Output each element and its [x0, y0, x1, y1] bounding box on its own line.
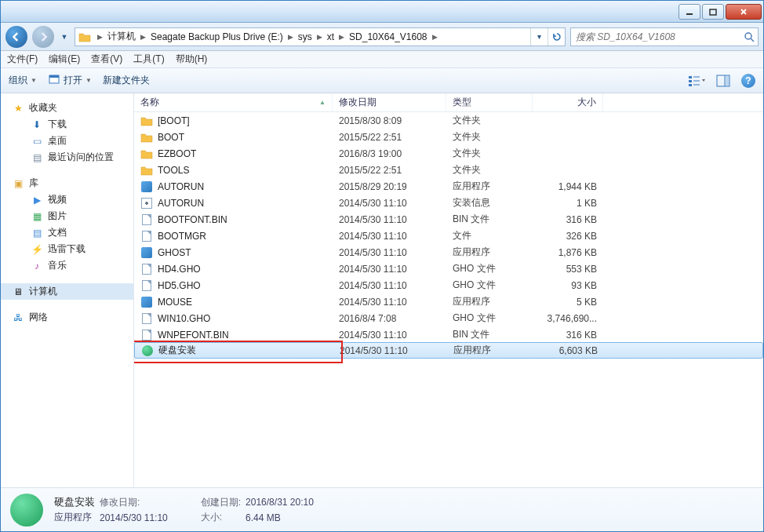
- help-button[interactable]: ?: [741, 74, 755, 88]
- file-size-cell: 1,876 KB: [533, 247, 603, 258]
- file-row[interactable]: WIN10.GHO2016/8/4 7:08GHO 文件3,746,690...: [134, 310, 763, 326]
- menu-view[interactable]: 查看(V): [91, 53, 122, 66]
- organize-label: 组织: [9, 74, 27, 87]
- forward-button[interactable]: [32, 26, 54, 48]
- file-icon: [140, 213, 153, 226]
- file-row[interactable]: MOUSE2014/5/30 11:10应用程序5 KB: [134, 293, 763, 310]
- sidebar-network-header[interactable]: 🖧 网络: [1, 309, 133, 326]
- file-type-cell: GHO 文件: [446, 279, 533, 292]
- breadcrumb-xt[interactable]: xt: [326, 28, 336, 46]
- svg-rect-8: [689, 76, 692, 78]
- computer-icon: 🖥: [12, 286, 24, 298]
- file-row[interactable]: BOOTFONT.BIN2014/5/30 11:10BIN 文件316 KB: [134, 211, 763, 228]
- menu-help[interactable]: 帮助(H): [176, 53, 208, 66]
- breadcrumb-sep[interactable]: ▶: [314, 33, 326, 41]
- file-icon: [140, 148, 153, 160]
- breadcrumb-root-sep[interactable]: ▶: [94, 33, 106, 41]
- file-row[interactable]: AUTORUN2014/5/30 11:10安装信息1 KB: [134, 195, 763, 211]
- open-button[interactable]: 打开 ▼: [48, 74, 92, 87]
- file-row[interactable]: AUTORUN2015/8/29 20:19应用程序1,944 KB: [134, 178, 763, 195]
- menu-file[interactable]: 文件(F): [7, 53, 38, 66]
- file-name-cell: EZBOOT: [134, 148, 333, 160]
- menu-tools[interactable]: 工具(T): [133, 53, 164, 66]
- content-area: ★ 收藏夹 ⬇下载 ▭桌面 ▤最近访问的位置 ▣ 库 ▶视频 ▦图片 ▤文档 ⚡…: [1, 93, 763, 487]
- file-type-cell: 应用程序: [447, 344, 533, 357]
- preview-pane-button[interactable]: [716, 75, 730, 87]
- sidebar-item-recent[interactable]: ▤最近访问的位置: [1, 149, 133, 166]
- breadcrumb-sep[interactable]: ▶: [429, 33, 441, 41]
- sidebar-favorites-header[interactable]: ★ 收藏夹: [1, 100, 133, 116]
- organize-button[interactable]: 组织 ▼: [9, 74, 37, 87]
- sidebar-item-label: 音乐: [48, 259, 67, 272]
- breadcrumb-current[interactable]: SD_10X64_V1608: [347, 28, 428, 46]
- column-size[interactable]: 大小: [533, 93, 603, 111]
- file-list[interactable]: [BOOT]2015/8/30 8:09文件夹BOOT2015/5/22 2:5…: [134, 112, 763, 487]
- file-type-cell: 文件夹: [446, 163, 533, 177]
- breadcrumb-drive[interactable]: Seagate Backup Plus Drive (E:): [149, 28, 285, 46]
- refresh-button[interactable]: [548, 28, 565, 46]
- file-row[interactable]: 硬盘安装2014/5/30 11:10应用程序6,603 KB: [134, 342, 763, 359]
- file-type-cell: 安装信息: [446, 196, 533, 210]
- file-row[interactable]: WNPEFONT.BIN2014/5/30 11:10BIN 文件316 KB: [134, 326, 763, 343]
- breadcrumb-sys[interactable]: sys: [297, 28, 314, 46]
- new-folder-button[interactable]: 新建文件夹: [103, 74, 150, 87]
- search-icon[interactable]: [740, 31, 758, 42]
- details-mod-label: 修改日期:: [100, 496, 168, 509]
- file-row[interactable]: EZBOOT2016/8/3 19:00文件夹: [134, 145, 763, 162]
- file-icon: [140, 180, 153, 193]
- sidebar-favorites-label: 收藏夹: [29, 101, 57, 115]
- sidebar-item-downloads[interactable]: ⬇下载: [1, 116, 133, 133]
- file-row[interactable]: BOOTMGR2014/5/30 11:10文件326 KB: [134, 228, 763, 244]
- music-icon: ♪: [31, 260, 43, 272]
- file-type-cell: 文件夹: [446, 130, 533, 144]
- file-row[interactable]: BOOT2015/5/22 2:51文件夹: [134, 129, 763, 145]
- file-name-cell: [BOOT]: [134, 115, 333, 127]
- file-name-label: [BOOT]: [158, 115, 190, 126]
- file-date-cell: 2014/5/30 11:10: [333, 214, 446, 225]
- file-date-cell: 2016/8/4 7:08: [333, 313, 446, 324]
- minimize-button[interactable]: [679, 4, 700, 20]
- menu-edit[interactable]: 编辑(E): [49, 53, 80, 66]
- column-date[interactable]: 修改日期: [333, 93, 446, 111]
- column-name[interactable]: 名称▲: [134, 93, 333, 111]
- file-row[interactable]: HD5.GHO2014/5/30 11:10GHO 文件93 KB: [134, 277, 763, 293]
- file-row[interactable]: HD4.GHO2014/5/30 11:10GHO 文件553 KB: [134, 261, 763, 277]
- breadcrumb-sep[interactable]: ▶: [285, 33, 297, 41]
- search-box[interactable]: [570, 27, 759, 46]
- breadcrumb-sep[interactable]: ▶: [137, 33, 149, 41]
- file-size-cell: 326 KB: [533, 231, 603, 242]
- file-icon: [141, 344, 154, 357]
- download-icon: ⬇: [31, 118, 43, 131]
- sidebar-item-desktop[interactable]: ▭桌面: [1, 133, 133, 149]
- document-icon: ▤: [31, 227, 43, 239]
- file-name-cell: MOUSE: [134, 296, 333, 308]
- sidebar-computer-header[interactable]: 🖥 计算机: [1, 283, 133, 300]
- view-options-button[interactable]: [688, 75, 705, 87]
- details-name: 硬盘安装: [54, 495, 95, 509]
- file-row[interactable]: GHOST2014/5/30 11:10应用程序1,876 KB: [134, 244, 763, 261]
- sidebar-libraries-header[interactable]: ▣ 库: [1, 175, 133, 191]
- file-row[interactable]: [BOOT]2015/8/30 8:09文件夹: [134, 112, 763, 129]
- details-size-value: 6.44 MB: [246, 512, 314, 523]
- history-dropdown[interactable]: ▼: [59, 33, 70, 41]
- column-type[interactable]: 类型: [446, 93, 533, 111]
- sidebar-item-pictures[interactable]: ▦图片: [1, 208, 133, 224]
- file-icon: [140, 131, 153, 144]
- file-row[interactable]: TOOLS2015/5/22 2:51文件夹: [134, 162, 763, 178]
- search-input[interactable]: [571, 31, 740, 42]
- sidebar-item-documents[interactable]: ▤文档: [1, 224, 133, 241]
- sidebar-item-videos[interactable]: ▶视频: [1, 191, 133, 208]
- file-name-cell: BOOTFONT.BIN: [134, 213, 333, 226]
- sidebar-item-music[interactable]: ♪音乐: [1, 257, 133, 274]
- maximize-button[interactable]: [702, 4, 724, 20]
- breadcrumb-sep[interactable]: ▶: [336, 33, 347, 41]
- breadcrumb-computer[interactable]: 计算机: [106, 28, 137, 46]
- address-bar[interactable]: ▶ 计算机 ▶ Seagate Backup Plus Drive (E:) ▶…: [75, 27, 566, 46]
- back-button[interactable]: [5, 26, 27, 48]
- close-button[interactable]: [726, 4, 762, 20]
- sidebar-item-thunder[interactable]: ⚡迅雷下载: [1, 241, 133, 257]
- address-dropdown[interactable]: ▾: [530, 28, 548, 46]
- sidebar-computer-group: 🖥 计算机: [1, 283, 133, 300]
- sidebar-network-group: 🖧 网络: [1, 309, 133, 326]
- file-type-cell: 应用程序: [446, 180, 533, 193]
